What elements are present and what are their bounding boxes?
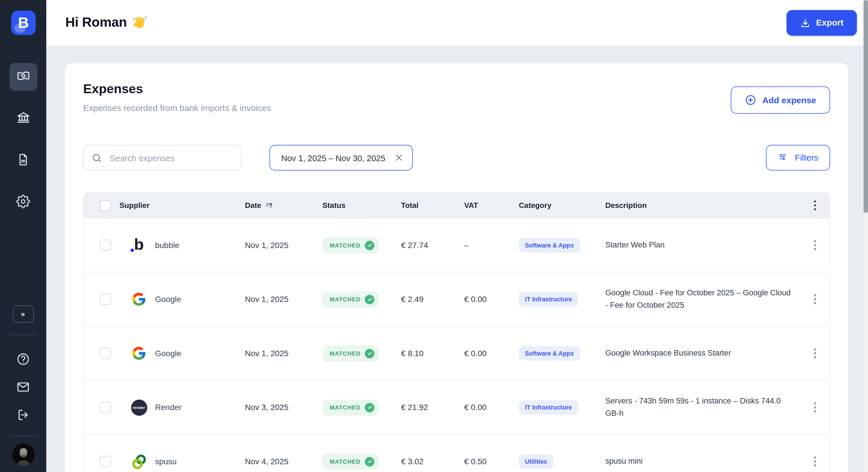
status-badge: MATCHED (322, 291, 379, 307)
table-options-icon[interactable] (812, 198, 818, 212)
scrollbar-thumb[interactable] (863, 0, 868, 213)
row-menu-icon[interactable] (812, 346, 818, 361)
category-badge: IT Infrastructure (519, 292, 578, 307)
search-input[interactable] (109, 153, 233, 163)
sidebar-item-logout[interactable] (9, 402, 37, 430)
help-circle-icon (16, 352, 30, 368)
date-range-filter-chip[interactable]: Nov 1, 2025 – Nov 30, 2025 (270, 145, 413, 170)
row-menu-icon[interactable] (812, 238, 818, 252)
expense-total: € 3.02 (390, 457, 453, 466)
row-checkbox[interactable] (100, 456, 111, 467)
user-avatar[interactable] (12, 444, 34, 466)
logout-icon (16, 408, 30, 424)
page-greeting: Hi Roman (65, 14, 147, 30)
main-content: Expenses Expenses recorded from bank imp… (46, 45, 868, 472)
expense-date: Nov 1, 2025 (234, 349, 311, 358)
col-header-total: Total (390, 201, 453, 210)
status-badge: MATCHED (322, 453, 379, 469)
download-icon (800, 18, 811, 28)
add-expense-button[interactable]: Add expense (731, 86, 830, 113)
expense-description: Servers - 743h 59m 59s - 1 instance – Di… (594, 396, 799, 419)
row-menu-icon[interactable] (812, 454, 818, 469)
expenses-table: Supplier Date Status Total VAT Category … (83, 192, 830, 472)
col-header-date[interactable]: Date (234, 201, 311, 210)
sidebar-item-expenses[interactable] (9, 63, 37, 91)
sidebar-expand-button[interactable]: » (12, 305, 34, 323)
app-logo-letter: B (18, 14, 29, 32)
row-checkbox[interactable] (100, 348, 111, 359)
export-button[interactable]: Export (786, 10, 857, 36)
row-checkbox[interactable] (100, 240, 111, 251)
select-all-checkbox[interactable] (100, 200, 111, 211)
app-window: B (0, 0, 868, 472)
sidebar-divider (9, 334, 37, 335)
app-logo[interactable]: B (11, 11, 36, 35)
expense-date: Nov 3, 2025 (234, 403, 311, 412)
expense-date: Nov 1, 2025 (234, 241, 311, 250)
top-header: Hi Roman (46, 0, 868, 45)
table-row[interactable]: Google Nov 1, 2025 MATCHED € 2.49 € 0.00… (84, 272, 830, 326)
table-header-row: Supplier Date Status Total VAT Category … (84, 193, 830, 217)
col-header-category: Category (508, 201, 594, 210)
supplier-name: spusu (155, 457, 177, 466)
expense-total: € 8.10 (390, 349, 453, 358)
greeting-text: Hi Roman (65, 14, 127, 30)
sidebar-item-documents[interactable] (9, 146, 37, 174)
expense-vat: € 0.00 (453, 295, 507, 304)
category-badge: IT Infrastructure (519, 400, 578, 415)
supplier-logo-render: render (131, 399, 147, 416)
expense-total: € 21.92 (390, 403, 453, 412)
expense-total: € 2.49 (390, 295, 453, 304)
status-badge-label: MATCHED (330, 350, 361, 357)
supplier-name: Render (155, 403, 181, 412)
filters-button[interactable]: Filters (766, 145, 830, 170)
filter-icon (778, 152, 789, 164)
supplier-name: Google (155, 295, 181, 304)
col-header-status: Status (311, 201, 390, 210)
row-menu-icon[interactable] (812, 292, 818, 307)
sidebar-item-settings[interactable] (9, 189, 37, 216)
supplier-name: bubble (155, 241, 179, 250)
table-row[interactable]: spusu Nov 4, 2025 MATCHED € 3.02 € 0.50 … (84, 434, 830, 472)
date-range-text: Nov 1, 2025 – Nov 30, 2025 (281, 153, 385, 162)
waving-hand-icon (132, 15, 147, 30)
expense-description: spusu mini (594, 456, 799, 467)
supplier-name: Google (155, 349, 181, 358)
status-badge: MATCHED (322, 345, 379, 361)
supplier-logo-google (131, 345, 147, 362)
supplier-logo-spusu (131, 453, 147, 470)
table-row[interactable]: b bubble Nov 1, 2025 MATCHED € 27.74 – S… (84, 218, 830, 272)
expense-total: € 27.74 (390, 241, 453, 250)
expense-description: Google Cloud - Fee for October 2025 – Go… (594, 287, 799, 311)
sidebar-item-messages[interactable] (9, 374, 37, 402)
col-header-vat: VAT (453, 201, 507, 210)
filters-button-label: Filters (795, 153, 818, 163)
sidebar-item-help[interactable] (9, 346, 37, 374)
expense-description: Google Workspace Business Starter (594, 347, 799, 359)
plus-circle-icon (745, 94, 756, 106)
category-badge: Utilities (519, 454, 553, 469)
supplier-logo-google (131, 291, 147, 307)
row-checkbox[interactable] (100, 402, 111, 413)
check-circle-icon (365, 241, 374, 250)
sort-icon (265, 201, 274, 210)
expense-vat: € 0.00 (453, 403, 507, 412)
close-icon[interactable] (394, 153, 403, 162)
check-circle-icon (365, 457, 374, 466)
table-body: b bubble Nov 1, 2025 MATCHED € 27.74 – S… (84, 218, 830, 472)
scrollbar-track[interactable] (863, 0, 868, 472)
status-badge-label: MATCHED (330, 404, 361, 411)
supplier-logo-bubble: b (131, 237, 147, 254)
table-row[interactable]: Google Nov 1, 2025 MATCHED € 8.10 € 0.00… (84, 326, 830, 380)
sidebar-divider (9, 435, 37, 436)
check-circle-icon (365, 295, 374, 304)
row-checkbox[interactable] (100, 294, 111, 305)
status-badge-label: MATCHED (330, 458, 361, 465)
table-row[interactable]: render Render Nov 3, 2025 MATCHED € 21.9… (84, 380, 830, 434)
expense-description: Starter Web Plan (594, 239, 799, 251)
page-title: Expenses (83, 81, 143, 96)
sidebar-item-bank[interactable] (9, 105, 37, 133)
status-badge-label: MATCHED (330, 296, 361, 303)
expense-vat: € 0.50 (453, 457, 507, 466)
row-menu-icon[interactable] (812, 400, 818, 415)
